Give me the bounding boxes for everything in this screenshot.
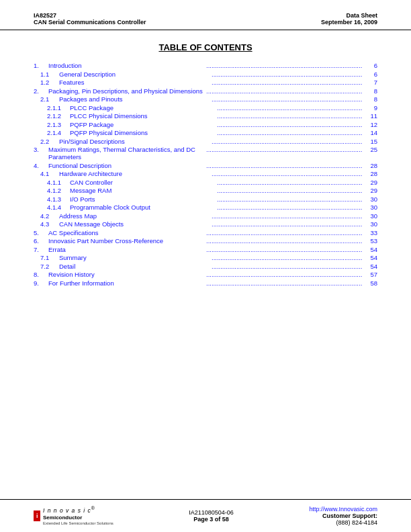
- toc-page: 6: [364, 71, 377, 78]
- toc-dots: [206, 229, 363, 236]
- footer-center: IA211080504-06 Page 3 of 58: [189, 509, 234, 523]
- toc-row[interactable]: 4.1.1CAN Controller29: [34, 179, 377, 186]
- toc-row[interactable]: 1.Introduction6: [34, 62, 377, 69]
- header-right: Data Sheet September 16, 2009: [321, 12, 377, 26]
- toc-row[interactable]: 4.1.2Message RAM29: [34, 187, 377, 194]
- toc-dots: [212, 138, 363, 145]
- logo-semi: Semiconductor: [43, 515, 113, 521]
- header-left: IA82527 CAN Serial Communications Contro…: [34, 12, 146, 26]
- toc-page: 29: [364, 187, 377, 194]
- toc-row[interactable]: 2.1.3PQFP Package12: [34, 121, 377, 128]
- phone: (888) 824-4184: [309, 519, 377, 526]
- toc-dots: [206, 62, 363, 69]
- doc-date: September 16, 2009: [321, 19, 377, 26]
- toc-row[interactable]: 8.Revision History57: [34, 271, 377, 278]
- toc-num: 4.3: [34, 220, 59, 228]
- toc-row[interactable]: 2.1.1PLCC Package9: [34, 104, 377, 112]
- toc-dots: [217, 129, 363, 136]
- toc-row[interactable]: 7.Errata54: [34, 246, 377, 253]
- toc-row[interactable]: 1.1General Description6: [34, 71, 377, 78]
- toc-label: I/O Ports: [70, 195, 216, 203]
- toc-page: 7: [364, 79, 377, 86]
- toc-dots: [212, 220, 363, 228]
- toc-row[interactable]: 2.1.2PLCC Physical Dimensions11: [34, 112, 377, 120]
- toc-row[interactable]: 2.1.4PQFP Physical Dimensions14: [34, 129, 377, 136]
- toc-num: 2.1.3: [34, 121, 70, 128]
- logo-registered: ®: [91, 506, 95, 511]
- toc-label: General Description: [59, 71, 210, 78]
- toc-page: 33: [364, 229, 377, 236]
- toc-label: For Further Information: [48, 279, 205, 287]
- toc-dots: [212, 212, 363, 220]
- toc-dots: [206, 162, 363, 169]
- toc-row[interactable]: 5.AC Specifications33: [34, 229, 377, 236]
- toc-row[interactable]: 2.1Packages and Pinouts8: [34, 95, 377, 103]
- toc-dots: [217, 187, 363, 194]
- page-header: IA82527 CAN Serial Communications Contro…: [0, 0, 411, 30]
- logo-innov: I n n o v a s i c: [43, 507, 91, 514]
- toc-page: 8: [364, 95, 377, 103]
- toc-dots: [212, 95, 363, 103]
- toc-row[interactable]: 2.2Pin/Signal Descriptions15: [34, 138, 377, 145]
- toc-page: 6: [364, 62, 377, 69]
- doc-code: IA211080504-06: [189, 509, 234, 516]
- doc-id: IA82527: [34, 12, 146, 19]
- toc-dots: [217, 195, 363, 203]
- toc-row[interactable]: 4.2Address Map30: [34, 212, 377, 220]
- toc-label: Errata: [48, 246, 205, 253]
- toc-num: 3.: [34, 146, 48, 153]
- toc-label: Features: [59, 79, 210, 86]
- table-of-contents: 1.Introduction61.1General Description61.…: [0, 62, 411, 287]
- logo-tagline: Extended Life Semiconductor Solutions: [43, 521, 113, 527]
- toc-row[interactable]: 3.Maximum Ratings, Thermal Characteristi…: [34, 146, 377, 161]
- toc-page: 14: [364, 129, 377, 136]
- toc-page: 29: [364, 179, 377, 186]
- toc-num: 1.1: [34, 71, 59, 78]
- toc-num: 2.1: [34, 95, 59, 103]
- toc-num: 8.: [34, 271, 48, 278]
- toc-row[interactable]: 7.1Summary54: [34, 254, 377, 261]
- toc-page: 15: [364, 138, 377, 145]
- toc-dots: [206, 246, 363, 253]
- toc-label: Hardware Architecture: [59, 170, 210, 177]
- toc-page: 30: [364, 220, 377, 228]
- toc-row[interactable]: 4.1Hardware Architecture28: [34, 170, 377, 177]
- toc-num: 4.1.1: [34, 179, 70, 186]
- toc-num: 7.1: [34, 254, 59, 261]
- toc-num: 9.: [34, 279, 48, 287]
- toc-label: Detail: [59, 263, 210, 270]
- toc-dots: [217, 121, 363, 128]
- toc-dots: [206, 237, 363, 245]
- toc-page: 12: [364, 121, 377, 128]
- toc-num: 4.1.4: [34, 204, 70, 211]
- toc-row[interactable]: 2.Packaging, Pin Descriptions, and Physi…: [34, 87, 377, 95]
- toc-row[interactable]: 4.1.4Programmable Clock Output30: [34, 204, 377, 211]
- toc-num: 2.1.4: [34, 129, 70, 136]
- toc-num: 2.1.1: [34, 104, 70, 112]
- toc-num: 2.: [34, 87, 48, 95]
- toc-row[interactable]: 1.2Features7: [34, 79, 377, 86]
- toc-row[interactable]: 9.For Further Information58: [34, 279, 377, 287]
- toc-page: 54: [364, 254, 377, 261]
- toc-num: 5.: [34, 229, 48, 236]
- toc-dots: [212, 71, 363, 78]
- toc-num: 2.2: [34, 138, 59, 145]
- website-link[interactable]: http://www.Innovasic.com: [309, 506, 377, 513]
- toc-label: CAN Message Objects: [59, 220, 210, 228]
- toc-num: 4.1.2: [34, 187, 70, 194]
- toc-page: 9: [364, 104, 377, 112]
- toc-row[interactable]: 4.3CAN Message Objects30: [34, 220, 377, 228]
- toc-row[interactable]: 4.1.3I/O Ports30: [34, 195, 377, 203]
- doc-type: Data Sheet: [321, 12, 377, 19]
- toc-dots: [206, 271, 363, 278]
- toc-label: Pin/Signal Descriptions: [59, 138, 210, 145]
- toc-label: PQFP Package: [70, 121, 216, 128]
- toc-row[interactable]: 4.Functional Description28: [34, 162, 377, 169]
- toc-label: PQFP Physical Dimensions: [70, 129, 216, 136]
- toc-page: 25: [364, 146, 377, 153]
- toc-label: PLCC Package: [70, 104, 216, 112]
- toc-row[interactable]: 7.2Detail54: [34, 263, 377, 270]
- toc-row[interactable]: 6.Innovasic Part Number Cross-Reference5…: [34, 237, 377, 245]
- toc-page: 54: [364, 263, 377, 270]
- toc-label: Maximum Ratings, Thermal Characteristics…: [48, 146, 205, 161]
